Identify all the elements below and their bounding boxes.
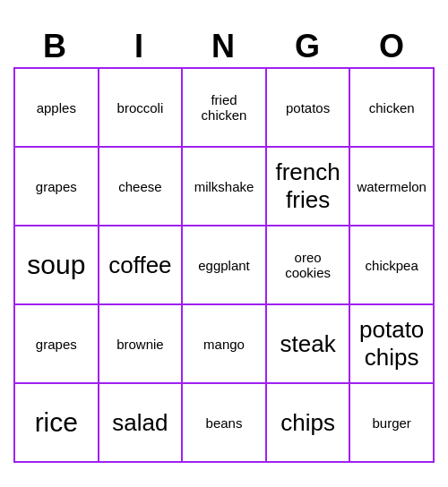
bingo-cell: milkshake [183,148,267,226]
bingo-cell: broccoli [99,69,184,148]
bingo-cell: fried chicken [183,69,267,148]
header-letter: I [98,24,182,67]
bingo-cell: watermelon [350,148,435,226]
bingo-cell: mango [183,305,267,384]
bingo-cell: oreo cookies [267,226,351,305]
bingo-cell: french fries [267,148,351,226]
bingo-cell: potato chips [350,305,435,384]
header-letter: O [350,24,435,67]
bingo-cell: chips [267,384,351,463]
bingo-cell: salad [99,384,184,463]
bingo-cell: eggplant [183,226,267,305]
bingo-card: BINGO applesbroccolifried chickenpotatos… [13,24,435,463]
bingo-cell: cheese [99,148,184,226]
header-letter: B [13,24,98,67]
bingo-cell: beans [183,384,267,463]
bingo-cell: soup [15,226,99,305]
bingo-cell: brownie [99,305,184,384]
bingo-cell: steak [267,305,351,384]
bingo-cell: coffee [99,226,184,305]
bingo-cell: burger [350,384,435,463]
bingo-cell: chicken [350,69,435,148]
bingo-header: BINGO [13,24,435,67]
bingo-cell: grapes [15,148,99,226]
bingo-cell: grapes [15,305,99,384]
bingo-cell: chickpea [350,226,435,305]
bingo-cell: apples [15,69,99,148]
bingo-cell: rice [15,384,99,463]
header-letter: G [266,24,350,67]
bingo-cell: potatos [267,69,351,148]
bingo-grid: applesbroccolifried chickenpotatoschicke… [13,67,435,463]
header-letter: N [182,24,266,67]
